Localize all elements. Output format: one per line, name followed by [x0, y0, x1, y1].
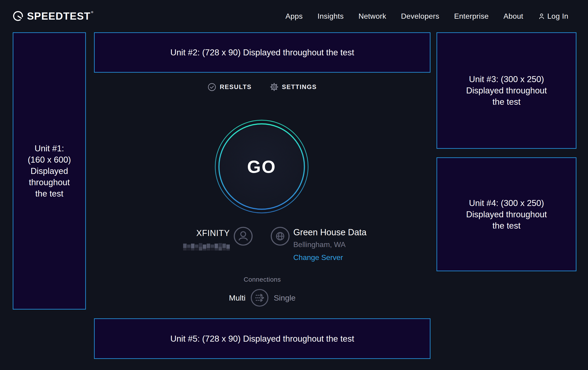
results-settings-tabs: RESULTS SETTINGS — [94, 83, 430, 91]
go-label: GO — [215, 120, 309, 214]
trademark-mark: ® — [91, 10, 94, 14]
go-button[interactable]: GO — [215, 120, 309, 214]
isp-name: XFINITY — [170, 228, 230, 238]
check-circle-icon — [208, 83, 216, 91]
speedometer-icon — [13, 11, 23, 21]
gear-icon — [270, 83, 279, 91]
logo-wordmark: SPEEDTEST® — [27, 10, 94, 22]
server-globe-icon[interactable] — [271, 227, 290, 246]
ad-unit-1[interactable]: Unit #1: (160 x 600) Displayed throughou… — [13, 32, 86, 310]
connections-option-multi[interactable]: Multi — [229, 293, 245, 302]
nav-item-enterprise[interactable]: Enterprise — [454, 12, 489, 20]
redacted-ip-address — [183, 243, 230, 250]
change-server-link[interactable]: Change Server — [293, 253, 343, 262]
user-icon — [538, 13, 545, 20]
multi-connection-toggle-icon[interactable] — [251, 289, 269, 307]
main-nav: Apps Insights Network Developers Enterpr… — [285, 12, 568, 20]
login-button[interactable]: Log In — [538, 12, 568, 20]
server-location: Bellingham, WA — [293, 240, 367, 249]
tab-settings[interactable]: SETTINGS — [270, 83, 317, 91]
server-name: Green House Data — [293, 227, 367, 237]
nav-item-about[interactable]: About — [504, 12, 523, 20]
nav-item-apps[interactable]: Apps — [285, 12, 303, 20]
connections-section: Connections Multi Single — [94, 276, 430, 307]
server-info: Green House Data Bellingham, WA Change S… — [293, 227, 367, 262]
speedtest-logo[interactable]: SPEEDTEST® — [13, 10, 94, 22]
ad-unit-4[interactable]: Unit #4: (300 x 250) Displayed throughou… — [437, 157, 577, 271]
nav-item-developers[interactable]: Developers — [401, 12, 439, 20]
connections-label: Connections — [94, 276, 430, 283]
ad-unit-2[interactable]: Unit #2: (728 x 90) Displayed throughout… — [94, 32, 430, 73]
ad-unit-3[interactable]: Unit #3: (300 x 250) Displayed throughou… — [437, 32, 577, 149]
nav-item-insights[interactable]: Insights — [317, 12, 344, 20]
tab-results[interactable]: RESULTS — [208, 83, 252, 91]
connections-option-single[interactable]: Single — [274, 293, 296, 302]
nav-item-network[interactable]: Network — [358, 12, 386, 20]
isp-info: XFINITY — [170, 228, 230, 251]
isp-user-icon[interactable] — [234, 227, 253, 246]
ad-unit-5[interactable]: Unit #5: (728 x 90) Displayed throughout… — [94, 318, 430, 359]
header: SPEEDTEST® Apps Insights Network Develop… — [0, 0, 588, 32]
